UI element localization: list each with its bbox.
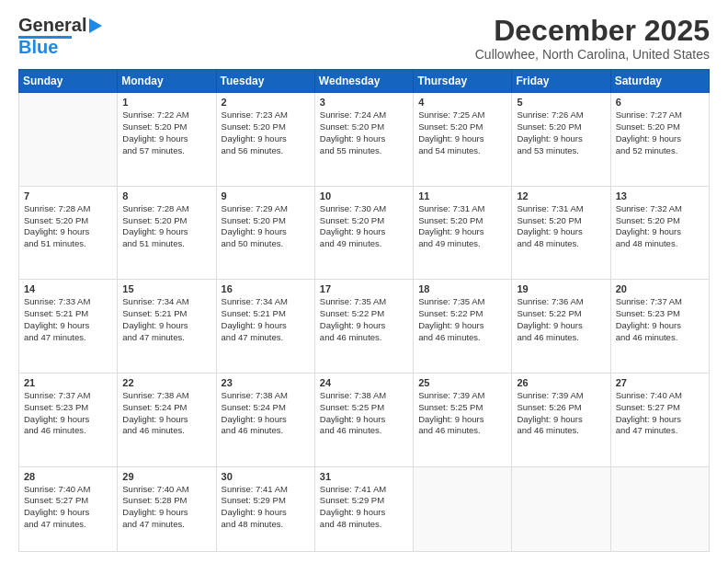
calendar-cell: 24Sunrise: 7:38 AM Sunset: 5:25 PM Dayli… — [314, 373, 413, 467]
day-number: 6 — [616, 97, 704, 108]
day-info: Sunrise: 7:24 AM Sunset: 5:20 PM Dayligh… — [320, 109, 408, 156]
header: General Blue December 2025 Cullowhee, No… — [18, 15, 710, 62]
calendar-body: 1Sunrise: 7:22 AM Sunset: 5:20 PM Daylig… — [19, 93, 710, 552]
day-info: Sunrise: 7:41 AM Sunset: 5:29 PM Dayligh… — [320, 484, 408, 531]
day-info: Sunrise: 7:40 AM Sunset: 5:28 PM Dayligh… — [122, 484, 210, 531]
calendar-cell — [414, 466, 512, 551]
weekday-header-row: SundayMondayTuesdayWednesdayThursdayFrid… — [19, 70, 710, 93]
logo-blue: Blue — [18, 37, 58, 58]
day-number: 21 — [24, 377, 112, 388]
day-number: 4 — [418, 97, 506, 108]
week-row-2: 14Sunrise: 7:33 AM Sunset: 5:21 PM Dayli… — [19, 280, 710, 373]
week-row-1: 7Sunrise: 7:28 AM Sunset: 5:20 PM Daylig… — [19, 186, 710, 280]
calendar-cell: 15Sunrise: 7:34 AM Sunset: 5:21 PM Dayli… — [118, 280, 216, 373]
weekday-header-monday: Monday — [118, 70, 216, 93]
day-info: Sunrise: 7:31 AM Sunset: 5:20 PM Dayligh… — [517, 203, 605, 250]
calendar-subtitle: Cullowhee, North Carolina, United States — [475, 47, 710, 62]
weekday-header-friday: Friday — [512, 70, 610, 93]
calendar-cell: 25Sunrise: 7:39 AM Sunset: 5:25 PM Dayli… — [414, 373, 512, 467]
calendar-cell: 30Sunrise: 7:41 AM Sunset: 5:29 PM Dayli… — [216, 466, 314, 551]
day-number: 25 — [418, 377, 506, 388]
title-block: December 2025 Cullowhee, North Carolina,… — [475, 15, 710, 62]
day-number: 11 — [418, 190, 506, 201]
calendar-cell: 18Sunrise: 7:35 AM Sunset: 5:22 PM Dayli… — [414, 280, 512, 373]
calendar-cell: 31Sunrise: 7:41 AM Sunset: 5:29 PM Dayli… — [314, 466, 413, 551]
weekday-header-thursday: Thursday — [414, 70, 512, 93]
day-info: Sunrise: 7:40 AM Sunset: 5:27 PM Dayligh… — [24, 484, 112, 531]
day-info: Sunrise: 7:25 AM Sunset: 5:20 PM Dayligh… — [418, 109, 506, 156]
day-number: 18 — [418, 283, 506, 294]
day-number: 5 — [517, 97, 605, 108]
calendar-cell — [512, 466, 610, 551]
day-info: Sunrise: 7:29 AM Sunset: 5:20 PM Dayligh… — [222, 203, 310, 250]
day-number: 30 — [222, 471, 310, 482]
day-number: 14 — [24, 283, 112, 294]
logo-arrow-icon — [89, 18, 102, 33]
day-number: 28 — [24, 471, 112, 482]
calendar-cell: 27Sunrise: 7:40 AM Sunset: 5:27 PM Dayli… — [610, 373, 709, 467]
calendar-cell: 20Sunrise: 7:37 AM Sunset: 5:23 PM Dayli… — [610, 280, 709, 373]
day-number: 16 — [222, 283, 310, 294]
day-info: Sunrise: 7:27 AM Sunset: 5:20 PM Dayligh… — [616, 109, 704, 156]
day-number: 8 — [122, 190, 210, 201]
day-number: 19 — [517, 283, 605, 294]
day-number: 22 — [122, 377, 210, 388]
calendar-cell: 28Sunrise: 7:40 AM Sunset: 5:27 PM Dayli… — [19, 466, 118, 551]
calendar-cell: 17Sunrise: 7:35 AM Sunset: 5:22 PM Dayli… — [314, 280, 413, 373]
calendar-cell: 21Sunrise: 7:37 AM Sunset: 5:23 PM Dayli… — [19, 373, 118, 467]
day-number: 3 — [320, 97, 408, 108]
page: General Blue December 2025 Cullowhee, No… — [0, 0, 728, 563]
calendar-cell: 29Sunrise: 7:40 AM Sunset: 5:28 PM Dayli… — [118, 466, 216, 551]
weekday-header-sunday: Sunday — [19, 70, 118, 93]
day-number: 24 — [320, 377, 408, 388]
day-number: 31 — [320, 471, 408, 482]
calendar-cell: 16Sunrise: 7:34 AM Sunset: 5:21 PM Dayli… — [216, 280, 314, 373]
day-info: Sunrise: 7:40 AM Sunset: 5:27 PM Dayligh… — [616, 390, 704, 437]
day-number: 9 — [222, 190, 310, 201]
calendar-cell: 14Sunrise: 7:33 AM Sunset: 5:21 PM Dayli… — [19, 280, 118, 373]
calendar-cell: 26Sunrise: 7:39 AM Sunset: 5:26 PM Dayli… — [512, 373, 610, 467]
calendar-cell: 23Sunrise: 7:38 AM Sunset: 5:24 PM Dayli… — [216, 373, 314, 467]
day-info: Sunrise: 7:22 AM Sunset: 5:20 PM Dayligh… — [122, 109, 210, 156]
day-info: Sunrise: 7:37 AM Sunset: 5:23 PM Dayligh… — [616, 296, 704, 343]
calendar-cell: 2Sunrise: 7:23 AM Sunset: 5:20 PM Daylig… — [216, 93, 314, 187]
weekday-header-saturday: Saturday — [610, 70, 709, 93]
week-row-4: 28Sunrise: 7:40 AM Sunset: 5:27 PM Dayli… — [19, 466, 710, 551]
logo-general: General — [18, 15, 86, 36]
day-info: Sunrise: 7:38 AM Sunset: 5:25 PM Dayligh… — [320, 390, 408, 437]
calendar-cell: 5Sunrise: 7:26 AM Sunset: 5:20 PM Daylig… — [512, 93, 610, 187]
calendar-title: December 2025 — [475, 15, 710, 47]
day-info: Sunrise: 7:34 AM Sunset: 5:21 PM Dayligh… — [222, 296, 310, 343]
logo: General Blue — [18, 15, 102, 58]
day-number: 1 — [122, 97, 210, 108]
calendar-cell — [19, 93, 118, 187]
day-number: 26 — [517, 377, 605, 388]
day-number: 7 — [24, 190, 112, 201]
calendar-cell: 19Sunrise: 7:36 AM Sunset: 5:22 PM Dayli… — [512, 280, 610, 373]
day-number: 2 — [222, 97, 310, 108]
day-info: Sunrise: 7:31 AM Sunset: 5:20 PM Dayligh… — [418, 203, 506, 250]
calendar-cell: 9Sunrise: 7:29 AM Sunset: 5:20 PM Daylig… — [216, 186, 314, 280]
week-row-3: 21Sunrise: 7:37 AM Sunset: 5:23 PM Dayli… — [19, 373, 710, 467]
day-info: Sunrise: 7:28 AM Sunset: 5:20 PM Dayligh… — [122, 203, 210, 250]
day-info: Sunrise: 7:39 AM Sunset: 5:26 PM Dayligh… — [517, 390, 605, 437]
calendar-cell: 4Sunrise: 7:25 AM Sunset: 5:20 PM Daylig… — [414, 93, 512, 187]
calendar-cell — [610, 466, 709, 551]
day-number: 13 — [616, 190, 704, 201]
day-info: Sunrise: 7:38 AM Sunset: 5:24 PM Dayligh… — [222, 390, 310, 437]
day-info: Sunrise: 7:26 AM Sunset: 5:20 PM Dayligh… — [517, 109, 605, 156]
day-info: Sunrise: 7:37 AM Sunset: 5:23 PM Dayligh… — [24, 390, 112, 437]
day-info: Sunrise: 7:34 AM Sunset: 5:21 PM Dayligh… — [122, 296, 210, 343]
calendar-cell: 7Sunrise: 7:28 AM Sunset: 5:20 PM Daylig… — [19, 186, 118, 280]
day-number: 23 — [222, 377, 310, 388]
day-info: Sunrise: 7:32 AM Sunset: 5:20 PM Dayligh… — [616, 203, 704, 250]
day-info: Sunrise: 7:28 AM Sunset: 5:20 PM Dayligh… — [24, 203, 112, 250]
day-info: Sunrise: 7:39 AM Sunset: 5:25 PM Dayligh… — [418, 390, 506, 437]
day-number: 20 — [616, 283, 704, 294]
week-row-0: 1Sunrise: 7:22 AM Sunset: 5:20 PM Daylig… — [19, 93, 710, 187]
day-info: Sunrise: 7:30 AM Sunset: 5:20 PM Dayligh… — [320, 203, 408, 250]
day-number: 17 — [320, 283, 408, 294]
day-number: 10 — [320, 190, 408, 201]
day-info: Sunrise: 7:33 AM Sunset: 5:21 PM Dayligh… — [24, 296, 112, 343]
weekday-header-wednesday: Wednesday — [314, 70, 413, 93]
